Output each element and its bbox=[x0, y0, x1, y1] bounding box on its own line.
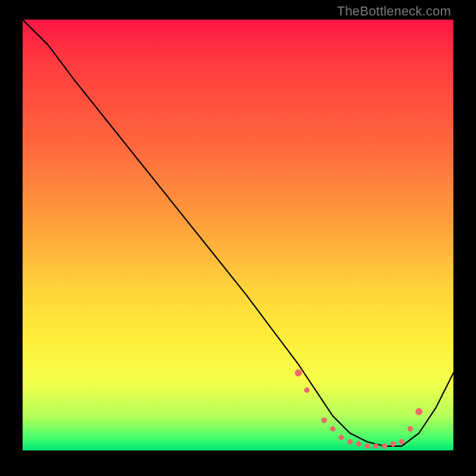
highlight-dot bbox=[365, 444, 369, 449]
highlight-dot bbox=[322, 418, 327, 422]
highlight-dot bbox=[305, 387, 309, 392]
highlight-dot bbox=[356, 441, 361, 446]
highlight-dot bbox=[416, 408, 422, 415]
highlight-dot bbox=[408, 427, 412, 431]
watermark-text: TheBottleneck.com bbox=[337, 4, 451, 19]
highlight-dot bbox=[295, 369, 302, 376]
highlight-dot bbox=[399, 439, 404, 444]
highlight-dot bbox=[382, 444, 387, 449]
chart-stage: TheBottleneck.com bbox=[0, 0, 476, 476]
highlight-dot bbox=[339, 435, 344, 440]
plot-area bbox=[23, 20, 453, 450]
bottleneck-curve bbox=[23, 20, 453, 446]
curve-svg bbox=[23, 20, 453, 450]
highlight-dot bbox=[374, 444, 378, 449]
highlight-dot bbox=[347, 439, 352, 444]
highlight-dot bbox=[390, 441, 395, 446]
highlight-dot bbox=[330, 427, 335, 431]
